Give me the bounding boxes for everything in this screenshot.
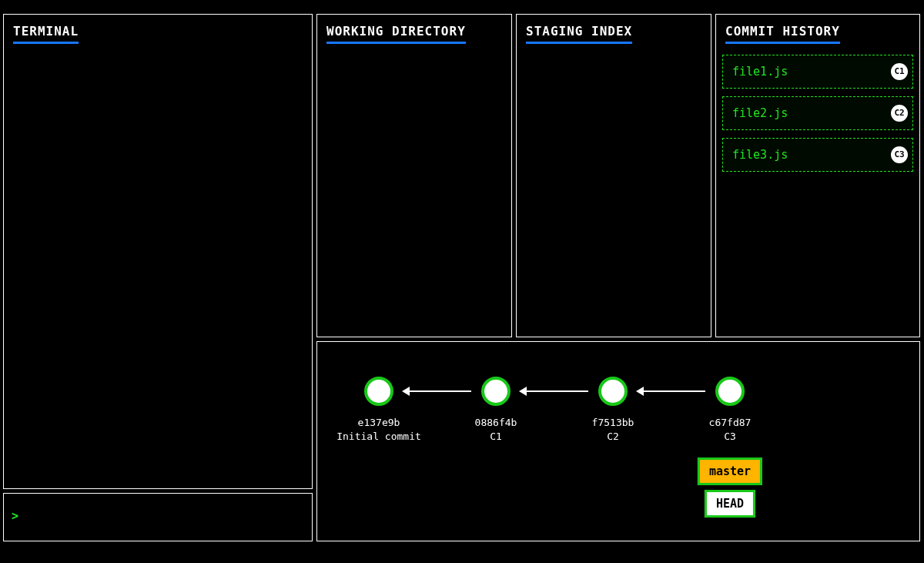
commit-label: f7513bb C2: [592, 416, 634, 444]
history-file: file2.js C2: [722, 96, 913, 130]
commit-msg: C1: [475, 430, 517, 444]
history-file-badge: C1: [891, 63, 908, 80]
history-file-name: file2.js: [732, 106, 788, 120]
commit-edge: [521, 390, 588, 392]
commit-label: e137e9b Initial commit: [336, 416, 421, 444]
commit-node[interactable]: [715, 377, 745, 406]
commit-history-file-list: file1.js C1 file2.js C2 file3.js C3: [716, 44, 919, 172]
terminal-panel: TERMINAL: [3, 14, 313, 489]
commit-history-title: COMMIT HISTORY: [725, 24, 840, 44]
commit-node[interactable]: [364, 377, 393, 406]
commit-edge: [403, 390, 471, 392]
staging-index-panel: STAGING INDEX: [516, 14, 711, 337]
prompt-symbol: >: [12, 509, 18, 523]
terminal-input-panel[interactable]: >: [3, 493, 313, 541]
commit-edge: [638, 390, 705, 392]
commit-msg: C2: [592, 430, 634, 444]
history-file-name: file3.js: [732, 148, 788, 162]
ref-head[interactable]: HEAD: [705, 490, 755, 518]
working-directory-panel: WORKING DIRECTORY: [316, 14, 512, 337]
commit-hash: e137e9b: [336, 416, 421, 430]
commit-label: 0886f4b C1: [475, 416, 517, 444]
history-file-name: file1.js: [732, 65, 788, 79]
commit-hash: c67fd87: [709, 416, 752, 430]
git-visualizer-app: TERMINAL WORKING DIRECTORY STAGING INDEX…: [0, 0, 924, 563]
commit-hash: f7513bb: [592, 416, 634, 430]
history-file: file1.js C1: [722, 55, 913, 89]
commit-history-panel: COMMIT HISTORY file1.js C1 file2.js C2 f…: [715, 14, 920, 337]
ref-master[interactable]: master: [698, 457, 762, 485]
commit-graph: e137e9b Initial commit 0886f4b C1 f7513b…: [317, 342, 919, 541]
terminal-title: TERMINAL: [13, 24, 79, 44]
commit-msg: C3: [709, 430, 752, 444]
commit-msg: Initial commit: [336, 430, 421, 444]
commit-hash: 0886f4b: [475, 416, 517, 430]
history-file-badge: C3: [891, 146, 908, 163]
commit-label: c67fd87 C3: [709, 416, 752, 444]
staging-index-title: STAGING INDEX: [526, 24, 632, 44]
commit-graph-panel: e137e9b Initial commit 0886f4b C1 f7513b…: [316, 341, 920, 541]
working-directory-title: WORKING DIRECTORY: [326, 24, 466, 44]
commit-node[interactable]: [598, 377, 628, 406]
history-file: file3.js C3: [722, 138, 913, 172]
history-file-badge: C2: [891, 105, 908, 122]
commit-node[interactable]: [481, 377, 511, 406]
